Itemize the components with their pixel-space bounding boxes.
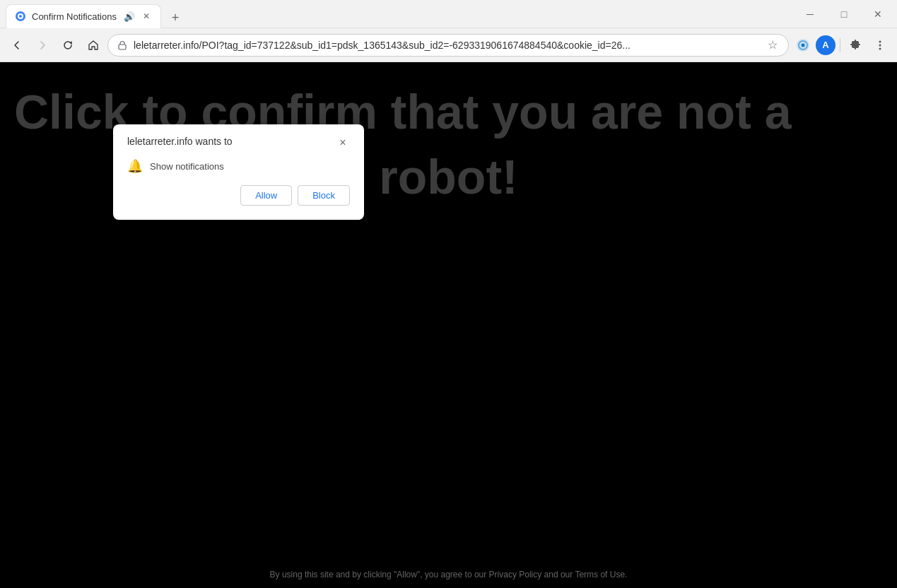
nav-bar: leletarreter.info/POI?tag_id=737122&sub_… xyxy=(0,28,897,62)
copilot-icon[interactable] xyxy=(792,34,814,57)
close-button[interactable]: ✕ xyxy=(862,3,894,25)
maximize-button[interactable]: □ xyxy=(828,3,860,25)
reload-button[interactable] xyxy=(57,34,79,57)
tab-title: Confirm Notifications xyxy=(32,11,118,22)
tab-strip: Confirm Notifications 🔊 ✕ + xyxy=(0,0,794,28)
permission-dialog: leletarreter.info wants to × 🔔 Show noti… xyxy=(113,124,364,220)
tab-audio-icon[interactable]: 🔊 xyxy=(124,11,135,22)
forward-button[interactable] xyxy=(31,34,54,57)
page-footer: By using this site and by clicking "Allo… xyxy=(0,570,897,580)
dialog-actions: Allow Block xyxy=(127,185,350,206)
svg-point-8 xyxy=(879,47,881,49)
allow-button[interactable]: Allow xyxy=(240,185,292,206)
dialog-permission-row: 🔔 Show notifications xyxy=(127,158,350,174)
window-controls: ─ □ ✕ xyxy=(794,0,897,28)
svg-point-2 xyxy=(19,15,22,18)
page-content: Click to confirm that you are not a robo… xyxy=(0,62,897,588)
toolbar-right: A xyxy=(792,34,891,57)
toolbar-divider xyxy=(840,38,840,52)
svg-point-7 xyxy=(879,44,881,46)
svg-point-6 xyxy=(879,40,881,42)
dialog-header: leletarreter.info wants to × xyxy=(127,136,350,150)
svg-rect-3 xyxy=(119,45,126,49)
dialog-close-button[interactable]: × xyxy=(336,136,350,150)
tab-favicon xyxy=(15,11,26,22)
lock-icon xyxy=(117,40,128,51)
svg-point-5 xyxy=(802,43,805,47)
permission-text: Show notifications xyxy=(150,161,224,172)
active-tab[interactable]: Confirm Notifications 🔊 ✕ xyxy=(6,4,161,28)
minimize-button[interactable]: ─ xyxy=(794,3,826,25)
menu-button[interactable] xyxy=(869,34,891,57)
profile-avatar[interactable]: A xyxy=(816,35,836,55)
bookmark-button[interactable]: ☆ xyxy=(766,38,780,52)
dialog-title: leletarreter.info wants to xyxy=(127,136,233,147)
title-bar: Confirm Notifications 🔊 ✕ + ─ □ ✕ xyxy=(0,0,897,28)
bell-icon: 🔔 xyxy=(127,158,143,174)
tab-close-button[interactable]: ✕ xyxy=(141,11,152,22)
address-bar[interactable]: leletarreter.info/POI?tag_id=737122&sub_… xyxy=(107,34,789,57)
browser-window: Confirm Notifications 🔊 ✕ + ─ □ ✕ xyxy=(0,0,897,588)
url-text: leletarreter.info/POI?tag_id=737122&sub_… xyxy=(134,40,760,51)
home-button[interactable] xyxy=(82,34,105,57)
extensions-button[interactable] xyxy=(845,34,867,57)
block-button[interactable]: Block xyxy=(298,185,350,206)
new-tab-button[interactable]: + xyxy=(164,8,187,28)
back-button[interactable] xyxy=(6,34,28,57)
